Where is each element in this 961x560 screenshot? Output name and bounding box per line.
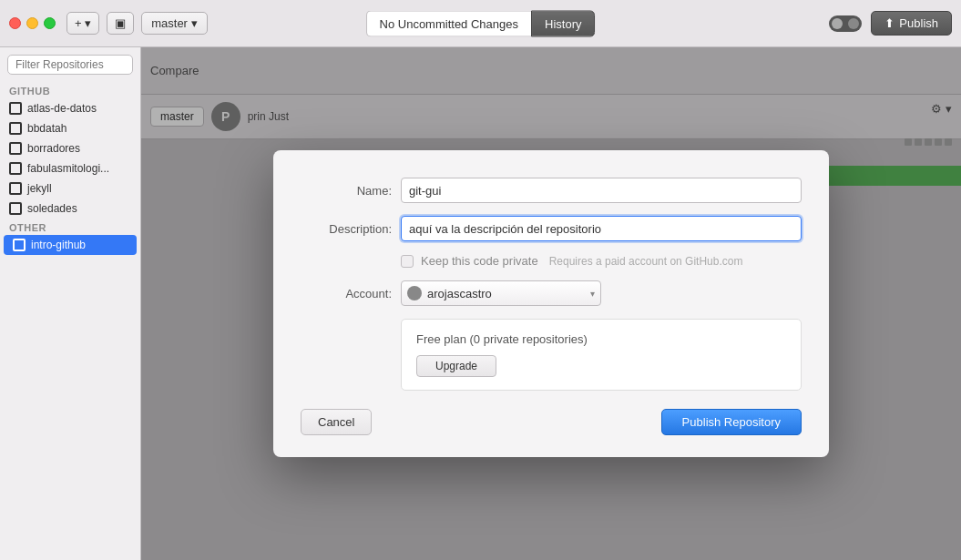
sidebar-item-jekyll[interactable]: jekyll [0,178,140,199]
plan-text: Free plan (0 private repositories) [416,332,786,346]
name-label: Name: [301,184,392,198]
keep-private-label: Keep this code private [421,254,538,268]
maximize-button[interactable] [44,17,56,29]
sidebar-toggle-button[interactable]: ▣ [107,12,134,35]
content-area: Compare master P prin Just ⚙ ▾ [141,47,961,560]
repo-icon [13,239,26,251]
publish-icon: ⬆ [884,16,895,30]
sidebar-item-borradores[interactable]: borradores [0,138,140,158]
sidebar-item-label: intro-github [31,239,86,251]
cancel-button[interactable]: Cancel [301,409,372,435]
repo-icon [9,122,22,135]
tab-history[interactable]: History [531,10,595,36]
sidebar-item-atlas-de-datos[interactable]: atlas-de-datos [0,98,140,118]
sidebar: GitHub atlas-de-datos bbdatah borradores… [0,47,141,560]
sidebar-item-label: soledades [27,202,77,215]
name-row: Name: [301,178,802,203]
sidebar-item-fabulasmitologi[interactable]: fabulasmitologi... [0,158,140,178]
tab-uncommitted[interactable]: No Uncommitted Changes [366,10,531,36]
other-section-label: Other [0,219,140,235]
name-input[interactable] [401,178,802,203]
sidebar-item-intro-github[interactable]: intro-github [4,235,137,255]
sidebar-item-bbdatah[interactable]: bbdatah [0,118,140,138]
github-section-label: GitHub [0,82,140,98]
description-input[interactable] [401,216,802,241]
repo-icon [9,182,22,195]
add-button[interactable]: + ▾ [66,12,99,35]
branch-selector[interactable]: master ▾ [141,12,207,35]
toolbar-right: ⬆ Publish [829,11,952,36]
close-button[interactable] [9,17,21,29]
traffic-lights [9,17,56,29]
account-row: Account: arojascastro ▾ arojascastro [301,280,802,306]
repo-icon [9,202,22,215]
modal-overlay: Name: Description: Keep this code privat… [141,47,961,560]
toolbar-left: + ▾ ▣ master ▾ [66,12,208,35]
minimize-button[interactable] [26,17,38,29]
publish-repository-modal: Name: Description: Keep this code privat… [273,150,829,457]
sidebar-item-label: fabulasmitologi... [27,162,109,175]
repo-icon [9,102,22,115]
sidebar-item-soledades[interactable]: soledades [0,199,140,219]
sidebar-item-label: borradores [27,142,80,155]
private-note: Requires a paid account on GitHub.com [549,255,743,268]
filter-wrap [0,47,140,82]
account-select-container[interactable]: arojascastro ▾ arojascastro [401,280,601,306]
upgrade-button[interactable]: Upgrade [416,355,496,377]
repo-icon [9,142,22,155]
tab-group: No Uncommitted Changes History [366,10,596,36]
description-label: Description: [301,222,392,236]
title-bar: + ▾ ▣ master ▾ No Uncommitted Changes Hi… [0,0,961,47]
publish-repository-button[interactable]: Publish Repository [661,409,802,435]
private-row: Keep this code private Requires a paid a… [401,254,802,268]
keep-private-checkbox[interactable] [401,255,414,268]
repo-icon [9,162,22,175]
main-layout: GitHub atlas-de-datos bbdatah borradores… [0,47,961,560]
description-row: Description: [301,216,802,241]
sidebar-item-label: jekyll [27,182,52,195]
sidebar-item-label: atlas-de-datos [27,102,97,115]
filter-repositories-input[interactable] [7,55,133,75]
publish-top-button[interactable]: ⬆ Publish [871,11,952,36]
account-label: Account: [301,287,392,300]
publish-top-label: Publish [899,16,938,30]
modal-footer: Cancel Publish Repository [301,409,802,435]
sidebar-item-label: bbdatah [27,122,66,135]
plan-box: Free plan (0 private repositories) Upgra… [401,319,802,391]
